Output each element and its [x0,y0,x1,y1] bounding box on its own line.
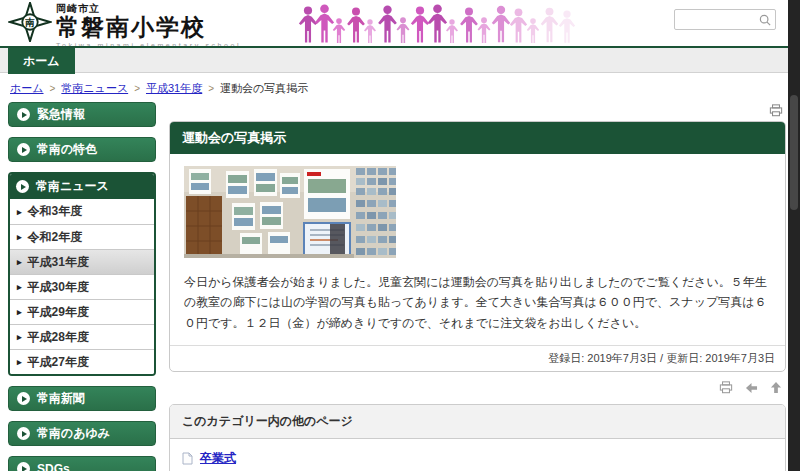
circle-arrow-icon [17,427,30,440]
circle-arrow-icon [17,143,30,156]
sidebar-subitem-label: 令和2年度 [28,229,83,246]
sidebar-item-heisei27[interactable]: ▸ 平成27年度 [10,349,154,374]
category-link-row: 卒業式 [182,442,773,469]
main-content: 運動会の写真掲示 [169,102,786,471]
category-title: このカテゴリー内の他のページ [170,405,785,439]
search-input[interactable] [675,11,755,28]
triangle-right-icon: ▸ [17,257,22,267]
breadcrumb-news[interactable]: 常南ニュース [61,81,128,96]
sidebar-subitem-label: 平成30年度 [28,279,89,296]
triangle-right-icon: ▸ [17,282,22,292]
print-icon [719,381,733,394]
search-button[interactable] [755,10,775,29]
sidebar-subitem-label: 平成29年度 [28,304,89,321]
triangle-right-icon: ▸ [17,307,22,317]
sidebar: 緊急情報 常南の特色 常南ニュース ▸ 令和3年度 ▸ 令和2年度 [8,102,156,471]
school-city-label: 岡崎市立 [56,2,241,16]
breadcrumb-separator: > [50,83,56,94]
circle-arrow-icon [17,462,30,471]
sidebar-item-heisei31[interactable]: ▸ 平成31年度 [10,249,154,274]
print-button[interactable] [769,104,783,117]
article-text: 今日から保護者会が始まりました。児童玄関には運動会の写真を貼り出しましたのでご覧… [184,272,771,333]
sidebar-news-section: 常南ニュース ▸ 令和3年度 ▸ 令和2年度 ▸ 平成31年度 ▸ 平成30年度 [8,172,156,376]
document-icon [182,452,193,465]
category-link-graduation[interactable]: 卒業式 [200,450,236,467]
sidebar-item-school-history[interactable]: 常南のあゆみ [8,421,156,446]
breadcrumb: ホーム > 常南ニュース > 平成31年度 > 運動会の写真掲示 [0,73,800,100]
scrollbar-thumb[interactable] [790,95,798,210]
arrow-up-icon [770,381,782,394]
back-button[interactable] [745,382,758,394]
article-date-line: 登録日: 2019年7月3日 / 更新日: 2019年7月3日 [170,345,785,371]
sidebar-item-label: 常南の特色 [37,141,97,158]
sidebar-item-label: 常南新聞 [37,390,85,407]
circle-arrow-icon [16,180,29,193]
sidebar-item-heisei28[interactable]: ▸ 平成28年度 [10,324,154,349]
triangle-right-icon: ▸ [17,207,22,217]
sidebar-item-reiwa3[interactable]: ▸ 令和3年度 [10,199,154,224]
site-header: 南 岡崎市立 常磐南小学校 Tokiwa minami elementary s… [0,0,800,46]
sidebar-subitem-label: 平成28年度 [28,329,89,346]
content-columns: 緊急情報 常南の特色 常南ニュース ▸ 令和3年度 ▸ 令和2年度 [0,102,800,471]
school-logo-icon: 南 [8,2,52,42]
sidebar-subitem-label: 平成27年度 [28,354,89,371]
logo-char: 南 [25,17,35,28]
site-logo-link[interactable]: 南 岡崎市立 常磐南小学校 Tokiwa minami elementary s… [8,2,241,49]
arrow-left-icon [745,382,758,394]
sidebar-item-school-features[interactable]: 常南の特色 [8,137,156,162]
sidebar-item-emergency-info[interactable]: 緊急情報 [8,102,156,127]
sidebar-item-heisei30[interactable]: ▸ 平成30年度 [10,274,154,299]
sidebar-item-reiwa2[interactable]: ▸ 令和2年度 [10,224,154,249]
article-panel: 運動会の写真掲示 [169,121,786,372]
sidebar-item-school-newspaper[interactable]: 常南新聞 [8,386,156,411]
page-top-button[interactable] [770,381,782,394]
print-button[interactable] [719,381,733,394]
sidebar-item-heisei29[interactable]: ▸ 平成29年度 [10,299,154,324]
triangle-right-icon: ▸ [17,332,22,342]
article-title: 運動会の写真掲示 [170,122,785,154]
school-title-block: 岡崎市立 常磐南小学校 Tokiwa minami elementary sch… [56,2,241,49]
school-name: 常磐南小学校 [56,16,241,40]
sidebar-item-label: 常南ニュース [36,178,109,195]
breadcrumb-home[interactable]: ホーム [10,81,44,96]
scrollbar[interactable] [788,0,800,471]
article-toolbar [169,102,786,121]
search-box [674,9,776,30]
sidebar-item-label: 常南のあゆみ [37,425,110,442]
people-holding-hands-illustration [298,3,578,44]
article-body: 今日から保護者会が始まりました。児童玄関には運動会の写真を貼り出しましたのでご覧… [170,154,785,345]
article-photo [184,166,396,258]
global-nav: ホーム [0,46,800,73]
breadcrumb-year[interactable]: 平成31年度 [146,81,202,96]
search-icon [759,14,771,26]
category-links: 卒業式 ６年お別れの言葉 ６年生家庭科調 [170,439,785,471]
page: 南 岡崎市立 常磐南小学校 Tokiwa minami elementary s… [0,0,800,471]
category-panel: このカテゴリー内の他のページ 卒業式 ６年お [169,404,786,471]
breadcrumb-separator: > [134,83,140,94]
print-icon [769,104,783,117]
breadcrumb-current-page: 運動会の写真掲示 [220,81,308,96]
nav-home-tab[interactable]: ホーム [8,48,75,74]
circle-arrow-icon [17,392,30,405]
triangle-right-icon: ▸ [17,232,22,242]
sidebar-item-sdgs[interactable]: SDGs [8,456,156,471]
article-actions [169,372,786,404]
sidebar-subitem-label: 令和3年度 [28,203,83,220]
circle-arrow-icon [17,108,30,121]
triangle-right-icon: ▸ [17,357,22,367]
sidebar-item-news[interactable]: 常南ニュース [10,174,154,199]
sidebar-subitem-label: 平成31年度 [28,254,89,271]
sidebar-item-label: 緊急情報 [37,106,85,123]
breadcrumb-separator: > [208,83,214,94]
sidebar-item-label: SDGs [37,462,70,471]
